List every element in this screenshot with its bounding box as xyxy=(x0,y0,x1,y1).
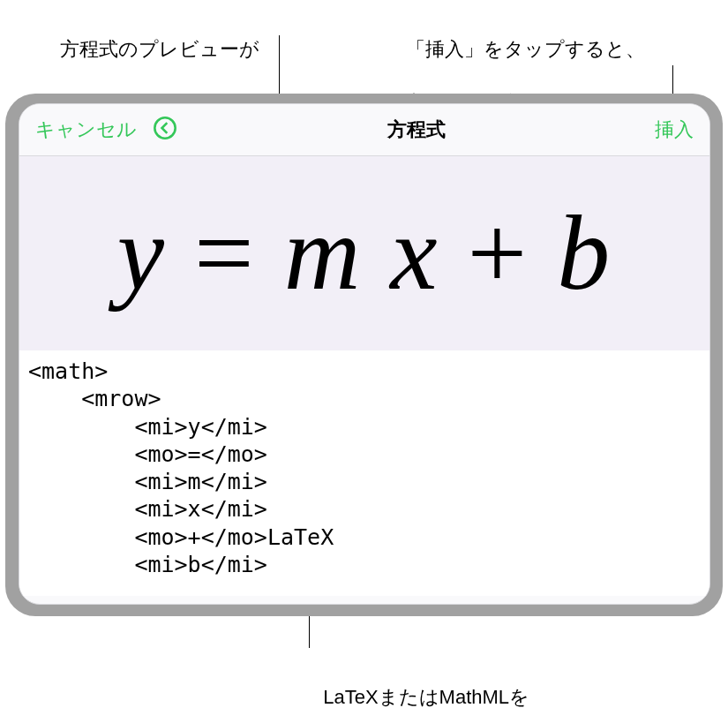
code-line: <mi>m</mi> xyxy=(28,468,701,495)
equation-preview: y = m x + b xyxy=(19,156,709,350)
code-line: <mrow> xyxy=(28,385,701,412)
eq-var-b: b xyxy=(557,194,612,312)
eq-op-plus: + xyxy=(468,194,529,312)
code-line: <math> xyxy=(28,358,701,385)
equation-code-input[interactable]: <math> <mrow> <mi>y</mi> <mo>=</mo> <mi>… xyxy=(19,350,709,596)
topbar-left-group: キャンセル xyxy=(35,116,177,144)
code-line: <mo>+</mo>LaTeX xyxy=(28,523,701,551)
page-title: 方程式 xyxy=(387,117,446,143)
equation-editor-panel: キャンセル 方程式 挿入 y = m x + b <math> xyxy=(19,103,710,605)
equation-rendered: y = m x + b xyxy=(117,192,612,314)
annotation-line: 方程式のプレビューが xyxy=(60,38,259,60)
code-line: <mi>y</mi> xyxy=(28,413,701,441)
cancel-button[interactable]: キャンセル xyxy=(35,117,137,143)
topbar: キャンセル 方程式 挿入 xyxy=(19,104,709,156)
eq-op-equals: = xyxy=(194,194,256,312)
annotation-code-hint: LaTeXまたはMathMLを ここに入力します。 xyxy=(312,657,612,723)
annotation-line: LaTeXまたはMathMLを xyxy=(323,686,529,708)
insert-button[interactable]: 挿入 xyxy=(655,117,694,143)
undo-icon xyxy=(153,116,177,140)
eq-var-y: y xyxy=(117,194,166,312)
eq-var-m: m xyxy=(284,194,363,312)
svg-point-0 xyxy=(154,117,175,138)
code-line: <mi>x</mi> xyxy=(28,495,701,523)
undo-button[interactable] xyxy=(153,116,177,144)
code-line: <mo>=</mo> xyxy=(28,441,701,468)
annotation-line: 「挿入」をタップすると、 xyxy=(406,38,645,60)
eq-var-x: x xyxy=(390,194,439,312)
code-line: <mi>b</mi> xyxy=(28,551,701,578)
